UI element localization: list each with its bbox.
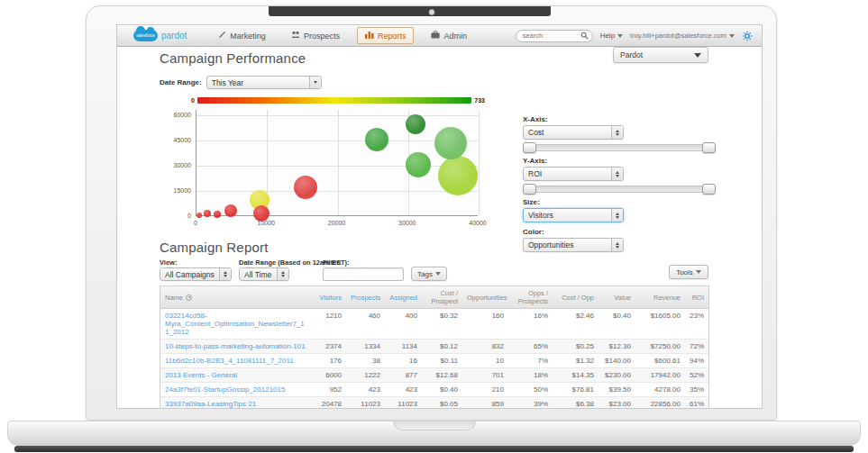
bubble-chart[interactable] [196,110,478,216]
chart-icon [365,31,374,41]
table-cell: 18% [508,368,553,382]
color-select[interactable]: Opportunities [523,238,624,252]
table-cell: 16 [385,354,422,367]
chart-bubble[interactable] [406,114,425,134]
table-cell: 1134 [385,340,422,353]
table-cell: 210 [462,383,508,396]
table-cell: $12.68 [422,368,462,382]
account-email: troy.hill+pardot@salesforce.com [630,32,726,40]
tools-button[interactable]: Tools [669,265,708,279]
table-cell: 10 [462,354,508,367]
salesforce-pardot-logo[interactable]: salesforce pardot [133,30,187,41]
table-cell: $1605.00 [635,309,685,339]
table-cell: 17942.00 [635,368,685,382]
table-cell: 423 [346,383,385,396]
table-cell: 11023 [385,397,422,409]
select-value: Opportunities [528,240,611,249]
table-cell: 1222 [346,368,385,382]
chart-bubble[interactable] [196,213,202,218]
laptop-shadow [14,446,854,452]
table-cell: 2374 [312,340,346,353]
table-cell: 65% [508,340,553,353]
column-header-opportunities: Opportunities [462,291,508,304]
table-row: 33937a09aa-LeasingTips 21204781102311023… [160,397,708,409]
people-icon [291,31,300,41]
report-date-range-select[interactable]: All Time [239,267,289,281]
x-tick-label: 0 [194,220,197,226]
nav-item-label: Prospects [304,32,340,41]
gridline [479,110,480,215]
table-row: 11b6d2c10b-B2B3_4_11081111_7_20111763816… [160,354,708,368]
date-range-select[interactable]: This Year [206,76,322,89]
table-cell: $0.40 [422,383,462,396]
y-tick-label: 30000 [157,162,191,168]
nav-right: Help troy.hill+pardot@salesforce.com [516,30,753,42]
account-menu[interactable]: troy.hill+pardot@salesforce.com [630,32,735,40]
table-cell: 23% [685,309,708,339]
campaign-name-link[interactable]: 10-steps-to-pass-marketing-automation-10… [160,340,312,353]
slider-handle[interactable] [523,184,536,195]
slider-handle[interactable] [702,142,716,153]
account-selector[interactable]: Pardot [613,47,708,63]
slider-handle[interactable] [523,142,536,153]
chart-bubble[interactable] [214,211,221,218]
sort-target-icon[interactable] [186,294,192,301]
column-header-visitors[interactable]: Visitors [312,291,346,304]
table-cell: $0.25 [553,340,598,353]
nav-item-prospects[interactable]: Prospects [283,27,348,44]
color-scale-legend: 0 733 [191,97,485,104]
tags-button[interactable]: Tags [411,267,447,281]
laptop-base [7,421,861,446]
campaign-name-link[interactable]: 2013 Events - General [160,368,312,382]
help-menu[interactable]: Help [600,32,623,40]
view-select[interactable]: All Campaigns [160,267,232,281]
salesforce-logo-text: salesforce [136,33,155,38]
table-cell: 94% [685,354,708,367]
nav-item-admin[interactable]: Admin [423,27,475,44]
chart-bubble[interactable] [365,128,388,151]
slider-handle[interactable] [702,184,716,195]
table-cell: 20478 [312,397,346,409]
wrench-icon [218,31,226,41]
range-slider[interactable] [523,144,716,151]
color-gradient-bar [197,97,471,104]
campaign-name-link[interactable]: 24a3f7fe01-StartupGossip_20121015 [160,383,312,396]
y-tick-label: 15000 [157,187,191,194]
table-cell: 38 [346,354,385,367]
size-select[interactable]: Visitors [523,208,624,222]
nav-items: MarketingProspectsReportsAdmin [210,27,475,44]
chart-bubble[interactable] [224,204,237,217]
x-axis-select[interactable]: Cost [523,125,624,140]
dropdown-arrow-icon [309,77,321,88]
table-cell: 952 [312,383,346,396]
column-header-cost-prospect: Cost / Prospect [422,286,462,308]
search-input[interactable] [523,32,580,40]
campaign-name-link[interactable]: 33937a09aa-LeasingTips 21 [160,397,312,409]
y-axis-select[interactable]: ROI [523,167,624,181]
chart-bubble[interactable] [438,156,478,195]
nav-item-reports[interactable]: Reports [357,27,415,44]
nav-item-marketing[interactable]: Marketing [210,27,274,44]
stepper-icon [611,126,623,139]
gear-icon[interactable] [742,31,753,41]
x-tick-label: 20000 [328,220,345,226]
campaign-name-link[interactable]: 032214cd58-Myra_Content_Optimisation_New… [160,309,312,339]
chart-bubble[interactable] [434,127,467,159]
table-cell: $0.05 [422,397,462,409]
webcam [428,9,434,15]
column-header-assigned[interactable]: Assigned [385,291,422,304]
filter-label: Filter: [323,258,342,267]
campaign-performance-title: Campaign Performance [160,50,306,66]
nav-item-label: Reports [378,32,407,41]
chart-axis-controls: X-Axis:CostY-Axis:ROISize:VisitorsColor:… [523,115,716,258]
table-cell: 1334 [346,340,385,353]
filter-input[interactable] [323,267,404,281]
range-slider[interactable] [523,186,716,193]
search-icon[interactable] [580,32,589,40]
chart-bubble[interactable] [406,152,431,177]
chart-bubble[interactable] [204,210,211,217]
column-header-prospects[interactable]: Prospects [346,291,385,304]
campaign-name-link[interactable]: 11b6d2c10b-B2B3_4_11081111_7_2011 [160,354,312,367]
chart-bubble[interactable] [294,176,317,199]
table-cell: $0.11 [422,354,462,367]
